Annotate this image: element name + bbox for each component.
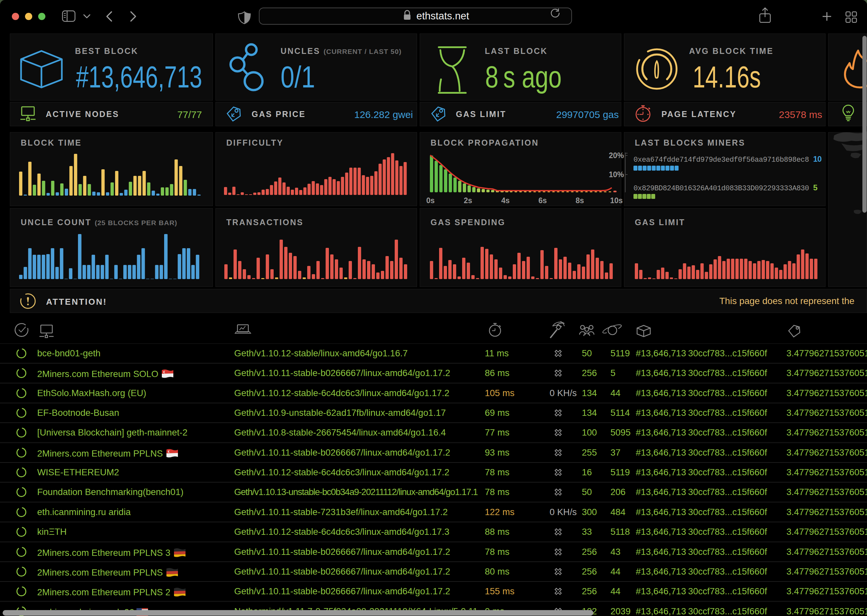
- svg-text:20%: 20%: [609, 151, 624, 160]
- svg-text:10%: 10%: [609, 170, 624, 179]
